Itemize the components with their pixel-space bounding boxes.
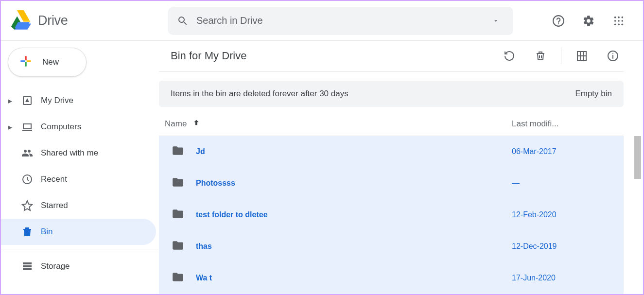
col-name[interactable]: Name	[165, 119, 200, 129]
folder-icon	[172, 208, 185, 222]
page-title: Bin for My Drive	[171, 50, 246, 62]
delete-forever-icon[interactable]	[530, 45, 551, 67]
nav-separator	[1, 249, 159, 249]
file-row[interactable]: Photossss —	[159, 168, 624, 199]
file-date: 12-Feb-2020	[512, 210, 624, 219]
new-button[interactable]: New	[8, 48, 87, 77]
app-name: Drive	[38, 13, 68, 28]
folder-icon	[172, 239, 185, 254]
svg-point-11	[614, 20, 616, 22]
header-actions	[548, 10, 641, 32]
plus-icon	[18, 53, 34, 71]
logo-area[interactable]: Drive	[10, 10, 168, 32]
folder-icon	[172, 144, 185, 159]
nav-label: Storage	[41, 261, 70, 271]
file-name: thas	[196, 242, 212, 251]
settings-gear-icon[interactable]	[578, 10, 599, 32]
svg-rect-18	[23, 262, 32, 264]
svg-marker-2	[17, 10, 30, 20]
svg-point-7	[558, 23, 559, 24]
nav-label: Recent	[41, 174, 67, 184]
folder-icon	[172, 271, 185, 285]
divider	[561, 48, 561, 64]
nav-recent[interactable]: Recent	[1, 166, 156, 192]
file-date: 06-Mar-2017	[512, 147, 624, 156]
file-name: Photossss	[196, 179, 235, 188]
svg-point-12	[618, 20, 620, 22]
search-input[interactable]	[193, 15, 485, 26]
banner-message: Items in the bin are deleted forever aft…	[171, 89, 348, 99]
file-name: Jd	[196, 147, 205, 156]
svg-point-8	[614, 16, 616, 18]
recent-icon	[19, 174, 35, 185]
search-wrap	[168, 7, 548, 35]
header: Drive	[1, 1, 643, 41]
nav-my-drive[interactable]: ▸ My Drive	[1, 87, 156, 114]
grid-view-icon[interactable]	[571, 45, 592, 67]
nav-starred[interactable]: Starred	[1, 192, 156, 219]
sidebar: New ▸ My Drive ▸ Computers	[1, 41, 159, 294]
apps-grid-icon[interactable]	[608, 10, 629, 32]
nav-label: Starred	[41, 201, 68, 210]
column-headers: Name Last modifi...	[159, 112, 624, 136]
svg-rect-20	[23, 268, 32, 270]
folder-icon	[172, 176, 185, 191]
restore-icon[interactable]	[499, 45, 520, 67]
titlebar: Bin for My Drive	[159, 41, 624, 72]
svg-point-14	[614, 23, 616, 25]
file-name: test folder to dletee	[196, 210, 268, 219]
shared-icon	[19, 147, 35, 159]
title-actions	[499, 45, 624, 67]
info-icon[interactable]	[602, 45, 624, 67]
svg-point-13	[622, 20, 624, 22]
svg-point-23	[612, 53, 613, 54]
file-row[interactable]: Jd 06-Mar-2017	[159, 136, 624, 168]
svg-rect-19	[23, 265, 32, 267]
nav-label: Shared with me	[41, 148, 98, 158]
bin-icon	[19, 226, 35, 238]
search-options-dropdown[interactable]	[485, 10, 506, 32]
file-date: —	[512, 179, 624, 188]
nav: ▸ My Drive ▸ Computers Shared with me	[1, 87, 159, 279]
chevron-right-icon[interactable]: ▸	[7, 96, 14, 105]
nav-shared[interactable]: Shared with me	[1, 140, 156, 166]
nav-bin[interactable]: Bin	[1, 219, 156, 245]
nav-label: My Drive	[41, 96, 73, 105]
computers-icon	[19, 121, 35, 133]
star-icon	[19, 200, 35, 211]
svg-point-9	[618, 16, 620, 18]
file-date: 17-Jun-2020	[512, 274, 624, 282]
col-date-label: Last modifi...	[512, 119, 558, 128]
file-date: 12-Dec-2019	[512, 242, 624, 251]
storage-icon	[19, 260, 35, 272]
file-row[interactable]: thas 12-Dec-2019	[159, 231, 624, 262]
nav-label: Computers	[41, 122, 81, 132]
new-button-label: New	[42, 57, 59, 67]
svg-point-6	[553, 16, 564, 26]
my-drive-icon	[19, 95, 35, 106]
file-name: Wa t	[196, 274, 212, 282]
nav-computers[interactable]: ▸ Computers	[1, 114, 156, 140]
scrollbar[interactable]	[634, 136, 641, 179]
svg-point-15	[618, 23, 620, 25]
search-icon[interactable]	[172, 10, 193, 32]
col-name-label: Name	[165, 119, 187, 129]
file-row[interactable]: test folder to dletee 12-Feb-2020	[159, 199, 624, 231]
file-list: Jd 06-Mar-2017 Photossss — test folder t…	[159, 136, 624, 294]
search-bar[interactable]	[168, 7, 513, 35]
empty-bin-button[interactable]: Empty bin	[575, 89, 612, 99]
support-icon[interactable]	[548, 10, 569, 32]
svg-point-16	[622, 23, 624, 25]
file-row[interactable]: Wa t 17-Jun-2020	[159, 262, 624, 294]
nav-storage[interactable]: Storage	[1, 253, 156, 279]
drive-logo-icon	[10, 10, 31, 32]
chevron-right-icon[interactable]: ▸	[7, 122, 14, 132]
sort-arrow-up-icon[interactable]	[192, 119, 200, 129]
main: Bin for My Drive Items in the bin are de…	[159, 41, 643, 294]
nav-label: Bin	[41, 227, 53, 237]
svg-point-10	[622, 16, 624, 18]
col-date[interactable]: Last modifi...	[512, 119, 624, 129]
banner: Items in the bin are deleted forever aft…	[159, 81, 624, 107]
